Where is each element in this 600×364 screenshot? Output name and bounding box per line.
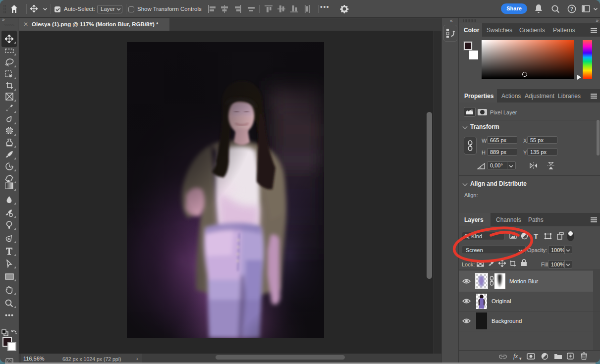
svg-text:?: ? bbox=[570, 6, 573, 12]
